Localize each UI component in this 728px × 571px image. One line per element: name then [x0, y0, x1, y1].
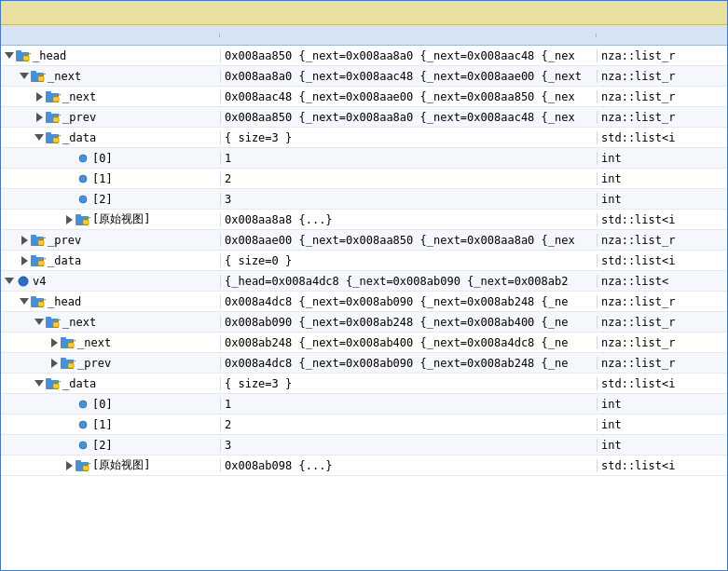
svg-rect-55 [53, 384, 59, 388]
expand-button[interactable] [62, 459, 76, 472]
type-cell: nza::list_r [597, 295, 727, 308]
svg-point-56 [79, 401, 87, 408]
svg-rect-62 [83, 466, 89, 470]
svg-point-22 [79, 196, 87, 203]
name-cell: _next [1, 315, 220, 330]
table-row[interactable]: _next0x008aa8a0 {_next=0x008aac48 {_next… [1, 66, 727, 87]
svg-rect-7 [38, 76, 44, 81]
folder-lock-icon [31, 253, 46, 268]
folder-lock-icon [46, 315, 61, 330]
value-cell: 0x008aa8a8 {...} [220, 213, 597, 226]
folder-lock-icon [46, 376, 61, 391]
expand-button[interactable] [33, 90, 46, 103]
name-cell: _data [1, 253, 220, 268]
expand-button[interactable] [33, 377, 46, 390]
type-cell: nza::list< [597, 275, 727, 288]
table-row[interactable]: v4{_head=0x008a4dc8 {_next=0x008ab090 {_… [1, 271, 727, 292]
header-value [220, 34, 597, 37]
expand-button[interactable] [62, 213, 76, 226]
svg-rect-49 [61, 358, 66, 360]
name-cell: _prev [1, 356, 220, 371]
triangle-down-icon [34, 319, 44, 325]
node-label: [原始视图] [92, 457, 150, 473]
node-label: _next [48, 70, 81, 83]
expand-button[interactable] [3, 49, 16, 62]
type-cell: nza::list_r [597, 90, 727, 103]
table-row[interactable]: [1]2int [1, 169, 727, 189]
node-label: _data [48, 254, 81, 267]
table-row[interactable]: [2]3int [1, 189, 727, 210]
table-row[interactable]: [1]2int [1, 415, 727, 435]
type-cell: int [597, 439, 727, 452]
type-cell: nza::list_r [597, 49, 727, 62]
name-cell: _prev [1, 233, 220, 248]
table-row[interactable]: _next0x008ab090 {_next=0x008ab248 {_next… [1, 312, 727, 333]
triangle-right-icon [66, 215, 73, 224]
type-cell: int [597, 152, 727, 165]
expand-button[interactable] [3, 275, 16, 288]
value-cell: 0x008ab248 {_next=0x008ab400 {_next=0x00… [220, 336, 597, 349]
small-circle-icon [76, 192, 90, 207]
small-circle-icon [76, 151, 90, 166]
node-label: v4 [33, 275, 46, 288]
type-cell: nza::list_r [597, 357, 727, 370]
triangle-down-icon [34, 134, 44, 141]
table-row[interactable]: _data{ size=3 }std::list<i [1, 374, 727, 394]
title-bar [1, 1, 727, 25]
table-row[interactable]: [原始视图]0x008aa8a8 {...}std::list<i [1, 210, 727, 230]
expand-button[interactable] [33, 111, 46, 124]
node-label: [2] [92, 193, 113, 206]
svg-rect-53 [46, 378, 51, 381]
node-label: _prev [62, 111, 96, 124]
table-row[interactable]: [0]1int [1, 394, 727, 415]
tree-container[interactable]: _head0x008aa850 {_next=0x008aa8a0 {_next… [1, 46, 727, 570]
name-cell: [0] [1, 151, 220, 166]
expand-button[interactable] [18, 70, 31, 83]
table-row[interactable]: _next0x008ab248 {_next=0x008ab400 {_next… [1, 333, 727, 353]
header-type [597, 34, 727, 37]
value-cell: 0x008aac48 {_next=0x008aae00 {_next=0x00… [220, 90, 597, 103]
type-cell: std::list<i [597, 131, 727, 144]
node-label: _next [62, 90, 96, 103]
svg-rect-51 [68, 363, 74, 368]
table-row[interactable]: [原始视图]0x008ab098 {...}std::list<i [1, 455, 727, 476]
value-cell: 3 [220, 193, 597, 206]
small-circle-icon [76, 171, 90, 186]
triangle-down-icon [5, 278, 14, 284]
table-row[interactable]: _next0x008aac48 {_next=0x008aae00 {_next… [1, 87, 727, 107]
name-cell: _next [1, 89, 220, 104]
folder-lock-icon [46, 89, 61, 104]
expand-button[interactable] [33, 316, 46, 329]
expand-button[interactable] [18, 254, 31, 267]
watch-window: _head0x008aa850 {_next=0x008aa8a0 {_next… [0, 0, 728, 571]
name-cell: _next [1, 69, 220, 84]
table-row[interactable]: _prev0x008aa850 {_next=0x008aa8a0 {_next… [1, 107, 727, 128]
table-row[interactable]: _data{ size=3 }std::list<i [1, 128, 727, 148]
folder-lock-icon [16, 48, 31, 63]
svg-rect-13 [46, 112, 51, 115]
svg-point-58 [79, 442, 87, 449]
table-row[interactable]: _head0x008aa850 {_next=0x008aa8a0 {_next… [1, 46, 727, 66]
type-cell: int [597, 398, 727, 411]
expand-button[interactable] [33, 131, 46, 144]
table-row[interactable]: _data{ size=0 }std::list<i [1, 251, 727, 271]
value-cell: 1 [220, 152, 597, 165]
expand-button[interactable] [48, 357, 61, 370]
table-row[interactable]: [0]1int [1, 148, 727, 169]
content-area: _head0x008aa850 {_next=0x008aa8a0 {_next… [1, 25, 727, 570]
expand-button[interactable] [48, 336, 61, 349]
table-row[interactable]: [2]3int [1, 435, 727, 455]
table-row[interactable]: _head0x008a4dc8 {_next=0x008ab090 {_next… [1, 292, 727, 312]
svg-point-21 [79, 175, 87, 183]
node-label: [1] [92, 172, 113, 185]
table-row[interactable]: _prev0x008aae00 {_next=0x008aa850 {_next… [1, 230, 727, 251]
table-row[interactable]: _prev0x008a4dc8 {_next=0x008ab090 {_next… [1, 353, 727, 374]
type-cell: std::list<i [597, 213, 727, 226]
svg-point-57 [79, 421, 87, 428]
svg-rect-5 [31, 71, 36, 74]
svg-rect-30 [38, 240, 44, 245]
value-cell: 0x008ab090 {_next=0x008ab248 {_next=0x00… [220, 316, 597, 329]
expand-button[interactable] [18, 234, 31, 247]
expand-button[interactable] [18, 295, 31, 308]
type-cell: nza::list_r [597, 111, 727, 124]
